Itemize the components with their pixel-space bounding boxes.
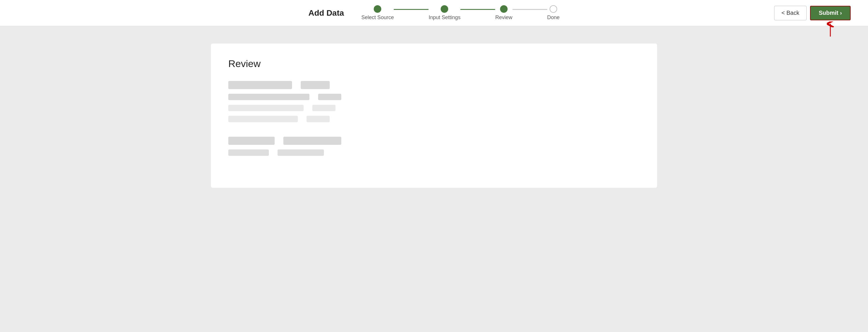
blurred-row-3	[228, 105, 640, 111]
connector-2	[460, 9, 495, 10]
blurred-block-5b	[283, 137, 341, 145]
back-button[interactable]: < Back	[774, 6, 807, 20]
step-select-source: Select Source	[361, 5, 394, 21]
page-title: Add Data	[308, 8, 344, 18]
submit-container: Submit ›	[810, 6, 850, 20]
blurred-block-5a	[228, 137, 275, 145]
review-card: Review	[211, 44, 657, 188]
red-arrow-annotation	[826, 22, 835, 36]
blurred-block-3b	[312, 105, 336, 111]
step-label-2: Input Settings	[429, 15, 460, 21]
step-circle-1	[374, 5, 381, 13]
blurred-block-1a	[228, 81, 292, 89]
step-circle-2	[441, 5, 448, 13]
step-circle-3	[500, 5, 507, 13]
step-circle-4	[550, 5, 557, 13]
blurred-section-2	[228, 137, 640, 156]
blurred-row-6	[228, 149, 640, 156]
section-spacer	[228, 131, 640, 137]
blurred-block-2b	[318, 94, 341, 100]
blurred-block-2a	[228, 94, 309, 100]
step-label-4: Done	[547, 15, 560, 21]
blurred-section-1	[228, 81, 640, 122]
header-buttons: < Back Submit ›	[774, 6, 850, 20]
blurred-block-6a	[228, 149, 269, 156]
blurred-row-4	[228, 116, 640, 122]
step-done: Done	[547, 5, 560, 21]
blurred-row-2	[228, 94, 640, 100]
blurred-block-1b	[301, 81, 330, 89]
stepper: Select Source Input Settings Review Done	[361, 5, 559, 21]
blurred-row-5	[228, 137, 640, 145]
submit-button[interactable]: Submit ›	[810, 6, 850, 20]
step-review: Review	[495, 5, 512, 21]
connector-1	[394, 9, 429, 10]
blurred-block-6b	[278, 149, 324, 156]
blurred-block-4b	[307, 116, 330, 122]
blurred-row-1	[228, 81, 640, 89]
header-inner: Add Data Select Source Input Settings Re…	[308, 5, 559, 21]
step-label-1: Select Source	[361, 15, 394, 21]
blurred-block-3a	[228, 105, 304, 111]
header: Add Data Select Source Input Settings Re…	[0, 0, 868, 26]
step-label-3: Review	[495, 15, 512, 21]
connector-3	[513, 9, 547, 10]
main-content: Review	[0, 26, 868, 205]
review-title: Review	[228, 58, 640, 70]
step-input-settings: Input Settings	[429, 5, 460, 21]
blurred-block-4a	[228, 116, 298, 122]
